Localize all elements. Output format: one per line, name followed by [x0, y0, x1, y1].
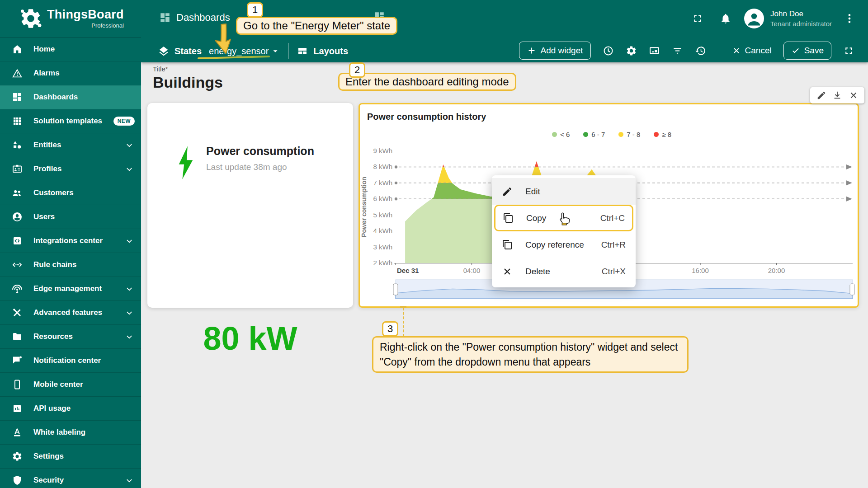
settings-icon[interactable]: [626, 45, 637, 56]
settings-icon: [12, 451, 23, 462]
threshold-dot: [395, 197, 397, 200]
sidebar-item-api-usage[interactable]: API usage: [0, 397, 141, 421]
chevron-down-icon[interactable]: [124, 307, 135, 318]
sidebar-item-label: Notification center: [33, 356, 101, 365]
sidebar-item-edge-management[interactable]: Edge management: [0, 277, 141, 301]
fullscreen-icon[interactable]: [692, 13, 703, 24]
sidebar-item-label: Solution templates: [33, 117, 102, 126]
sidebar-item-label: Edge management: [33, 284, 102, 293]
users-icon: [12, 211, 23, 222]
close-widget-icon[interactable]: [849, 90, 859, 100]
y-axis-tick-label: 7 kWh: [373, 179, 392, 187]
y-axis-tick-label: 3 kWh: [373, 243, 392, 251]
toolbar-divider: [719, 42, 719, 59]
last-update-label: Last update 38m ago: [206, 162, 314, 172]
notifications-icon[interactable]: [720, 13, 731, 24]
sidebar-item-label: Mobile center: [33, 380, 83, 389]
sidebar-item-label: Security: [33, 476, 64, 485]
chevron-down-icon[interactable]: [270, 46, 280, 56]
save-button[interactable]: Save: [783, 42, 831, 60]
chevron-down-icon[interactable]: [124, 475, 135, 486]
sidebar-item-advanced-features[interactable]: Advanced features: [0, 301, 141, 325]
x-axis-tick-label: 20:00: [768, 267, 785, 274]
sidebar-item-label: Profiles: [33, 164, 61, 174]
tutorial-callout-3: Right-click on the "Power consumption hi…: [372, 336, 689, 373]
close-icon: [502, 266, 513, 277]
solution-templates-icon: [12, 116, 23, 127]
sidebar-item-resources[interactable]: Resources: [0, 325, 141, 349]
version-history-icon[interactable]: [695, 45, 706, 56]
edge-management-icon: [12, 283, 23, 294]
cancel-button[interactable]: Cancel: [732, 46, 772, 56]
sidebar-nav: HomeAlarmsDashboardsSolution templatesNE…: [0, 38, 141, 488]
sidebar-item-solution-templates[interactable]: Solution templatesNEW: [0, 109, 141, 133]
time-window-icon[interactable]: [603, 45, 614, 56]
chevron-down-icon[interactable]: [124, 140, 135, 150]
alarms-icon: [12, 68, 23, 79]
sidebar-item-label: Rule chains: [33, 260, 76, 269]
y-axis-tick-label: 6 kWh: [373, 195, 392, 202]
sidebar-item-entities[interactable]: Entities: [0, 133, 141, 157]
sidebar-item-white-labeling[interactable]: White labeling: [0, 421, 141, 445]
context-menu-item-delete[interactable]: DeleteCtrl+X: [492, 258, 636, 285]
user-name: John Doe: [770, 9, 832, 19]
dashboard-toolbar-right: Add widget Cancel Save: [519, 41, 854, 61]
sidebar-item-profiles[interactable]: Profiles: [0, 157, 141, 181]
dashboards-icon: [12, 92, 23, 103]
page-title[interactable]: Buildings: [153, 74, 223, 91]
shortcut-label: Ctrl+C: [600, 213, 625, 223]
manage-layouts-icon[interactable]: [649, 45, 660, 56]
sidebar-item-home[interactable]: Home: [0, 38, 141, 61]
sidebar-item-alarms[interactable]: Alarms: [0, 61, 141, 85]
sidebar-item-mobile-center[interactable]: Mobile center: [0, 373, 141, 397]
layouts-button[interactable]: Layouts: [313, 46, 348, 56]
add-widget-button[interactable]: Add widget: [519, 42, 591, 60]
sidebar-item-dashboards[interactable]: Dashboards: [0, 85, 141, 109]
chevron-down-icon[interactable]: [124, 331, 135, 342]
layouts-icon: [297, 46, 308, 56]
sidebar-item-settings[interactable]: Settings: [0, 445, 141, 469]
sidebar-item-integrations-center[interactable]: Integrations center: [0, 229, 141, 253]
context-menu-label: Copy: [526, 213, 546, 223]
sidebar-item-notification-center[interactable]: Notification center: [0, 349, 141, 373]
notification-center-icon: [12, 355, 23, 366]
navigator-right-handle[interactable]: [850, 284, 854, 295]
context-menu-item-copy-reference[interactable]: Copy referenceCtrl+R: [492, 231, 636, 258]
states-label: States: [175, 46, 202, 56]
sidebar-item-security[interactable]: Security: [0, 469, 141, 488]
download-widget-icon[interactable]: [832, 90, 842, 100]
header-right: John Doe Tenant administrator: [692, 0, 868, 37]
customers-icon: [12, 188, 23, 198]
sidebar-item-label: Users: [33, 212, 55, 221]
filter-icon[interactable]: [672, 45, 683, 56]
sidebar-item-label: Home: [33, 45, 55, 54]
chevron-down-icon[interactable]: [124, 283, 135, 294]
chevron-down-icon[interactable]: [124, 235, 135, 246]
sidebar-item-label: Alarms: [33, 69, 60, 78]
sidebar-item-rule-chains[interactable]: Rule chains: [0, 253, 141, 277]
profiles-icon: [12, 164, 23, 174]
context-menu-item-edit[interactable]: Edit: [492, 178, 636, 205]
y-axis-tick-label: 4 kWh: [373, 227, 392, 235]
context-menu-label: Copy reference: [525, 240, 584, 250]
y-axis-tick-label: 8 kWh: [373, 163, 392, 170]
resources-icon: [12, 331, 23, 342]
chevron-down-icon[interactable]: [124, 164, 135, 174]
avatar[interactable]: [744, 9, 764, 28]
more-menu-icon[interactable]: [844, 13, 850, 24]
copy-icon: [502, 239, 513, 250]
entities-icon: [12, 140, 23, 150]
brand-logo[interactable]: ThingsBoard Professional: [0, 0, 141, 38]
home-icon: [12, 44, 23, 55]
edit-widget-icon[interactable]: [816, 90, 826, 100]
tutorial-connector-line: [403, 308, 404, 337]
x-axis-tick-label: Dec 31: [397, 267, 419, 274]
sidebar-item-users[interactable]: Users: [0, 205, 141, 229]
y-axis-tick-label: 9 kWh: [373, 147, 392, 155]
sidebar-item-customers[interactable]: Customers: [0, 181, 141, 205]
navigator-left-handle[interactable]: [393, 284, 398, 295]
power-consumption-widget[interactable]: Power consumption Last update 38m ago 80…: [147, 103, 353, 308]
threshold-arrow-icon: [846, 180, 852, 185]
fullscreen-icon[interactable]: [843, 45, 854, 56]
white-labeling-icon: [12, 427, 23, 438]
